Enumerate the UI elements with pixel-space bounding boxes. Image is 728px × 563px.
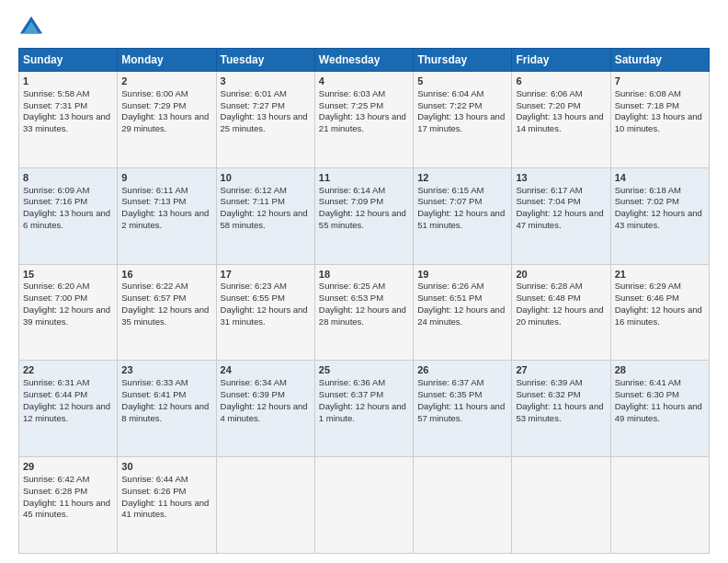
calendar-table: SundayMondayTuesdayWednesdayThursdayFrid…: [18, 48, 710, 554]
calendar-cell-24: 24Sunrise: 6:34 AMSunset: 6:39 PMDayligh…: [216, 361, 314, 457]
calendar-cell-empty: [216, 457, 314, 554]
day-header-friday: Friday: [512, 49, 610, 72]
calendar-cell-13: 13Sunrise: 6:17 AMSunset: 7:04 PMDayligh…: [512, 167, 610, 264]
day-header-sunday: Sunday: [19, 49, 118, 72]
day-header-tuesday: Tuesday: [216, 49, 314, 72]
calendar-cell-7: 7Sunrise: 6:08 AMSunset: 7:18 PMDaylight…: [610, 72, 709, 168]
calendar-cell-19: 19Sunrise: 6:26 AMSunset: 6:51 PMDayligh…: [414, 264, 512, 361]
calendar-cell-28: 28Sunrise: 6:41 AMSunset: 6:30 PMDayligh…: [610, 361, 709, 457]
calendar-cell-18: 18Sunrise: 6:25 AMSunset: 6:53 PMDayligh…: [314, 264, 413, 361]
calendar-header-row: SundayMondayTuesdayWednesdayThursdayFrid…: [19, 49, 710, 72]
day-header-saturday: Saturday: [610, 49, 709, 72]
calendar-week-3: 15Sunrise: 6:20 AMSunset: 7:00 PMDayligh…: [19, 264, 710, 361]
calendar-cell-empty: [314, 457, 413, 554]
logo-icon: [18, 15, 44, 40]
calendar-cell-14: 14Sunrise: 6:18 AMSunset: 7:02 PMDayligh…: [610, 167, 709, 264]
calendar-cell-1: 1Sunrise: 5:58 AMSunset: 7:31 PMDaylight…: [19, 72, 118, 168]
calendar-cell-22: 22Sunrise: 6:31 AMSunset: 6:44 PMDayligh…: [19, 361, 118, 457]
calendar-cell-27: 27Sunrise: 6:39 AMSunset: 6:32 PMDayligh…: [512, 361, 610, 457]
calendar-cell-4: 4Sunrise: 6:03 AMSunset: 7:25 PMDaylight…: [314, 72, 413, 168]
calendar-cell-6: 6Sunrise: 6:06 AMSunset: 7:20 PMDaylight…: [512, 72, 610, 168]
calendar-page: SundayMondayTuesdayWednesdayThursdayFrid…: [0, 0, 728, 563]
calendar-cell-2: 2Sunrise: 6:00 AMSunset: 7:29 PMDaylight…: [118, 72, 216, 168]
calendar-cell-15: 15Sunrise: 6:20 AMSunset: 7:00 PMDayligh…: [19, 264, 118, 361]
calendar-cell-21: 21Sunrise: 6:29 AMSunset: 6:46 PMDayligh…: [610, 264, 709, 361]
calendar-cell-11: 11Sunrise: 6:14 AMSunset: 7:09 PMDayligh…: [314, 167, 413, 264]
calendar-cell-5: 5Sunrise: 6:04 AMSunset: 7:22 PMDaylight…: [414, 72, 512, 168]
calendar-cell-29: 29Sunrise: 6:42 AMSunset: 6:28 PMDayligh…: [19, 457, 118, 554]
calendar-cell-empty: [610, 457, 709, 554]
logo: [18, 15, 48, 40]
calendar-week-1: 1Sunrise: 5:58 AMSunset: 7:31 PMDaylight…: [19, 72, 710, 168]
calendar-cell-23: 23Sunrise: 6:33 AMSunset: 6:41 PMDayligh…: [118, 361, 216, 457]
calendar-cell-8: 8Sunrise: 6:09 AMSunset: 7:16 PMDaylight…: [19, 167, 118, 264]
calendar-cell-30: 30Sunrise: 6:44 AMSunset: 6:26 PMDayligh…: [118, 457, 216, 554]
day-header-wednesday: Wednesday: [314, 49, 413, 72]
day-header-thursday: Thursday: [414, 49, 512, 72]
calendar-cell-empty: [414, 457, 512, 554]
calendar-cell-26: 26Sunrise: 6:37 AMSunset: 6:35 PMDayligh…: [414, 361, 512, 457]
calendar-cell-20: 20Sunrise: 6:28 AMSunset: 6:48 PMDayligh…: [512, 264, 610, 361]
calendar-cell-3: 3Sunrise: 6:01 AMSunset: 7:27 PMDaylight…: [216, 72, 314, 168]
calendar-cell-17: 17Sunrise: 6:23 AMSunset: 6:55 PMDayligh…: [216, 264, 314, 361]
header: [18, 15, 710, 40]
day-header-monday: Monday: [118, 49, 216, 72]
calendar-cell-10: 10Sunrise: 6:12 AMSunset: 7:11 PMDayligh…: [216, 167, 314, 264]
calendar-cell-12: 12Sunrise: 6:15 AMSunset: 7:07 PMDayligh…: [414, 167, 512, 264]
calendar-week-2: 8Sunrise: 6:09 AMSunset: 7:16 PMDaylight…: [19, 167, 710, 264]
calendar-cell-9: 9Sunrise: 6:11 AMSunset: 7:13 PMDaylight…: [118, 167, 216, 264]
calendar-cell-empty: [512, 457, 610, 554]
calendar-week-5: 29Sunrise: 6:42 AMSunset: 6:28 PMDayligh…: [19, 457, 710, 554]
calendar-cell-25: 25Sunrise: 6:36 AMSunset: 6:37 PMDayligh…: [314, 361, 413, 457]
calendar-week-4: 22Sunrise: 6:31 AMSunset: 6:44 PMDayligh…: [19, 361, 710, 457]
calendar-cell-16: 16Sunrise: 6:22 AMSunset: 6:57 PMDayligh…: [118, 264, 216, 361]
